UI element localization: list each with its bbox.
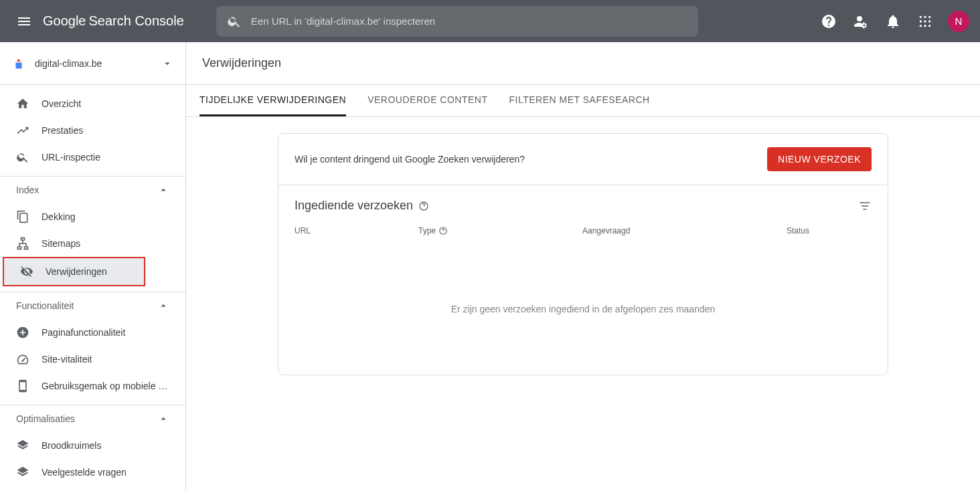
apps-button[interactable] (912, 8, 938, 35)
svg-point-6 (920, 25, 922, 27)
account-avatar[interactable]: N (948, 11, 969, 32)
svg-point-3 (920, 20, 922, 22)
svg-point-7 (924, 25, 926, 27)
visibility-off-icon (20, 265, 33, 278)
sidebar-section-functionality[interactable]: Functionaliteit (0, 292, 185, 319)
menu-button[interactable] (11, 8, 37, 35)
sidebar-item-label: Broodkruimels (42, 440, 101, 451)
app-header: Google Search Console N (0, 0, 980, 42)
url-inspect-input[interactable] (251, 15, 687, 27)
sidebar-item-breadcrumbs[interactable]: Broodkruimels (0, 432, 185, 459)
help-button[interactable] (815, 8, 842, 35)
filter-button[interactable] (858, 199, 872, 213)
sidebar-item-url-inspection[interactable]: URL-inspectie (0, 144, 185, 171)
sidebar-item-core-vitals[interactable]: Site-vitaliteit (0, 346, 185, 373)
mobile-icon (16, 379, 29, 393)
search-icon (227, 14, 242, 29)
table-header: URL Type Aangevraagd Status (278, 218, 888, 243)
empty-state: Er zijn geen verzoeken ingediend in de a… (278, 243, 888, 375)
property-selector[interactable]: digital-climax.be (0, 42, 185, 85)
trending-icon (16, 124, 29, 137)
sidebar-item-label: Prestaties (42, 125, 83, 136)
svg-point-4 (924, 20, 926, 22)
tab-outdated-content[interactable]: Verouderde content (368, 85, 487, 116)
help-icon[interactable] (418, 201, 429, 211)
home-icon (16, 97, 29, 110)
svg-point-8 (928, 25, 930, 27)
page-header: Verwijderingen (186, 42, 980, 85)
help-icon[interactable] (438, 226, 448, 235)
tab-temporary-removals[interactable]: Tijdelijke verwijderingen (199, 85, 346, 116)
speed-icon (16, 353, 29, 366)
layers-icon (16, 466, 29, 479)
sidebar-item-label: Gebruiksgemak op mobiele … (42, 381, 167, 391)
column-type: Type (418, 226, 582, 235)
sidebar-item-label: URL-inspectie (42, 152, 100, 163)
chevron-down-icon (161, 58, 173, 70)
property-label: digital-climax.be (35, 58, 152, 69)
sidebar-item-sitemaps[interactable]: Sitemaps (0, 230, 185, 257)
chevron-up-icon (157, 413, 169, 425)
user-settings-button[interactable] (847, 8, 874, 35)
chevron-up-icon (157, 184, 169, 196)
sidebar-item-label: Paginafunctionaliteit (42, 327, 125, 338)
sidebar-item-label: Site-vitaliteit (42, 354, 92, 365)
svg-point-1 (924, 15, 926, 17)
search-icon (16, 151, 29, 164)
svg-point-0 (920, 15, 922, 17)
sidebar-item-faq[interactable]: Veelgestelde vragen (0, 459, 185, 486)
sidebar-section-index[interactable]: Index (0, 177, 185, 203)
tab-safesearch-filtering[interactable]: Filteren met SafeSearch (509, 85, 650, 116)
tabs: Tijdelijke verwijderingen Verouderde con… (186, 85, 980, 117)
sidebar-item-label: Verwijderingen (46, 266, 107, 277)
sidebar-item-label: Veelgestelde vragen (42, 467, 127, 478)
sidebar-item-coverage[interactable]: Dekking (0, 203, 185, 230)
page-title: Verwijderingen (202, 56, 281, 70)
sidebar-item-label: Dekking (42, 211, 76, 222)
logo-search-console: Search Console (89, 13, 184, 29)
chevron-up-icon (157, 300, 169, 312)
column-url: URL (295, 226, 418, 235)
notifications-button[interactable] (880, 8, 906, 35)
pages-icon (16, 210, 29, 223)
main-content: Verwijderingen Tijdelijke verwijderingen… (186, 42, 980, 491)
sidebar-item-overview[interactable]: Overzicht (0, 90, 185, 117)
url-inspect-search[interactable] (216, 6, 698, 37)
sidebar-item-removals[interactable]: Verwijderingen (4, 258, 144, 285)
layers-icon (16, 439, 29, 452)
highlighted-nav-item: Verwijderingen (3, 257, 145, 286)
logo[interactable]: Google Search Console (43, 13, 184, 29)
removals-card: Wil je content dringend uit Google Zoeke… (278, 133, 888, 375)
sitemap-icon (16, 237, 29, 250)
column-status: Status (787, 226, 872, 235)
sidebar-item-label: Sitemaps (42, 238, 80, 249)
svg-point-5 (928, 20, 930, 22)
plus-circle-icon (16, 326, 29, 339)
new-request-button[interactable]: NIEUW VERZOEK (767, 147, 872, 171)
submitted-requests-title: Ingediende verzoeken (295, 199, 429, 213)
logo-google: Google (43, 13, 86, 29)
sidebar-item-performance[interactable]: Prestaties (0, 117, 185, 144)
sidebar-item-mobile-usability[interactable]: Gebruiksgemak op mobiele … (0, 373, 185, 399)
column-requested: Aangevraagd (582, 226, 787, 235)
sidebar-section-enhancements[interactable]: Optimalisaties (0, 405, 185, 432)
sidebar: digital-climax.be Overzicht Prestaties U… (0, 42, 186, 491)
removal-prompt: Wil je content dringend uit Google Zoeke… (295, 154, 525, 165)
sidebar-item-page-experience[interactable]: Paginafunctionaliteit (0, 319, 185, 346)
sidebar-item-label: Overzicht (42, 98, 81, 109)
svg-point-2 (928, 15, 930, 17)
property-icon (12, 57, 25, 70)
